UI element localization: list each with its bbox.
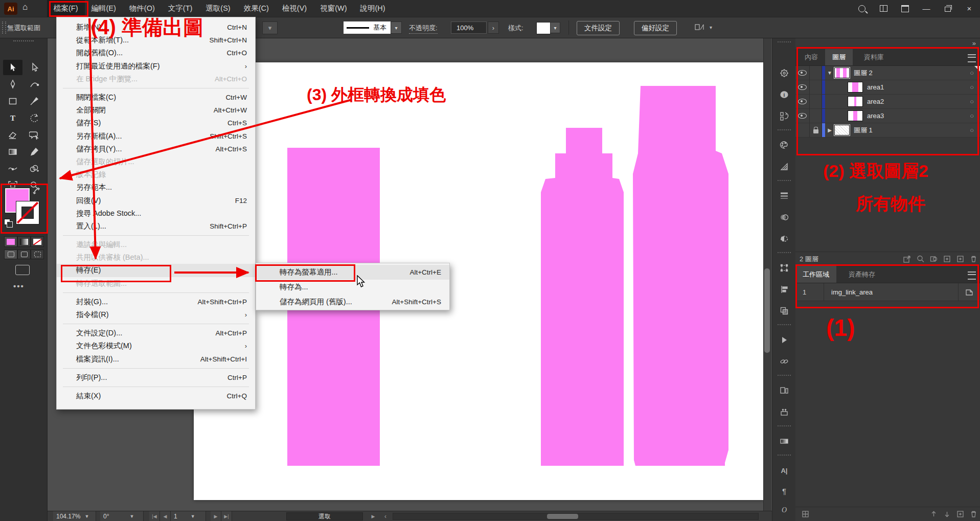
workspace-switcher-icon[interactable] xyxy=(873,0,894,17)
stroke-panel-icon[interactable] xyxy=(776,188,792,203)
delete-layer-icon[interactable] xyxy=(967,255,980,264)
draw-inside-mode-button[interactable] xyxy=(31,250,44,259)
gradient-button[interactable] xyxy=(17,236,31,247)
target-circle-icon[interactable]: ○ xyxy=(970,126,974,134)
tab-artboards[interactable]: 工作區域 xyxy=(795,266,836,283)
stroke-color-swatch[interactable] xyxy=(16,201,39,224)
new-layer-icon[interactable] xyxy=(953,255,967,264)
menubar-item-file[interactable]: 檔案(F) xyxy=(47,0,85,17)
menu-item-package[interactable]: 封裝(G)...Alt+Shift+Ctrl+P xyxy=(57,296,255,308)
selection-tool[interactable] xyxy=(3,60,22,75)
brush-definition-dropdown[interactable]: 基本 xyxy=(344,21,391,34)
submenu-item-export-as[interactable]: 轉存為... xyxy=(256,280,449,295)
drag-handle-icon[interactable] xyxy=(2,21,6,34)
object-name[interactable]: area3 xyxy=(867,112,884,120)
color-guide-icon[interactable] xyxy=(776,159,792,174)
edit-toolbar-icon[interactable]: ••• xyxy=(13,282,25,290)
move-down-icon[interactable] xyxy=(940,510,953,519)
lock-toggle[interactable] xyxy=(810,109,822,123)
rectangle-tool[interactable] xyxy=(3,94,22,109)
visibility-toggle[interactable] xyxy=(795,123,810,137)
drag-handle-icon[interactable] xyxy=(13,40,34,43)
layer-thumbnail[interactable] xyxy=(834,125,850,135)
layer-thumbnail[interactable] xyxy=(834,67,850,78)
swap-fill-stroke-icon[interactable] xyxy=(33,187,41,197)
screen-mode-button[interactable] xyxy=(15,265,30,275)
artboard-navigation-dropdown[interactable]: 1▼ xyxy=(171,511,206,521)
restore-button[interactable] xyxy=(937,0,959,17)
eraser-tool[interactable] xyxy=(3,127,22,143)
menu-item-open[interactable]: 開啟舊檔(O)...Ctrl+O xyxy=(57,47,255,59)
variable-width-dropdown[interactable]: ▾ xyxy=(262,21,278,34)
gradient-panel-icon[interactable] xyxy=(776,434,792,449)
tab-libraries[interactable]: 資料庫 xyxy=(857,49,891,65)
next-artboard-icon[interactable]: ▶ xyxy=(211,511,221,521)
first-artboard-icon[interactable]: |◀ xyxy=(149,511,160,521)
arrange-documents-icon[interactable] xyxy=(894,0,916,17)
pen-tool[interactable] xyxy=(3,77,22,92)
search-icon[interactable] xyxy=(851,0,873,17)
object-name[interactable]: area2 xyxy=(867,98,884,105)
direct-selection-tool[interactable] xyxy=(25,60,44,75)
menu-item-close-all[interactable]: 全部關閉Alt+Ctrl+W xyxy=(57,104,255,117)
visibility-toggle[interactable] xyxy=(795,80,810,94)
menu-item-revert[interactable]: 回復(V)F12 xyxy=(57,194,255,207)
menu-item-exit[interactable]: 結束(X)Ctrl+Q xyxy=(57,390,255,402)
version-history-icon[interactable] xyxy=(776,108,792,124)
actions-panel-icon[interactable] xyxy=(776,332,792,348)
curvature-tool[interactable] xyxy=(25,77,44,92)
minimize-button[interactable]: — xyxy=(916,0,937,17)
align-panel-icon[interactable] xyxy=(776,282,792,297)
horizontal-scrollbar-thumb[interactable] xyxy=(547,514,578,519)
panel-menu-icon[interactable] xyxy=(968,271,976,280)
style-dropdown-chevron-icon[interactable]: ▾ xyxy=(550,22,560,33)
appearance-panel-icon[interactable] xyxy=(776,231,792,246)
status-display-field[interactable]: 選取 xyxy=(286,512,363,520)
menu-item-save-as-template[interactable]: 另存範本... xyxy=(57,181,255,194)
object-name[interactable]: area1 xyxy=(867,83,884,91)
panel-menu-icon[interactable] xyxy=(968,54,976,62)
transparency-panel-icon[interactable] xyxy=(776,210,792,225)
menubar-item-window[interactable]: 視窗(W) xyxy=(313,0,353,17)
collapse-panels-icon[interactable]: » xyxy=(972,39,976,47)
character-panel-icon[interactable]: A| xyxy=(776,463,792,478)
opacity-input[interactable]: 100% xyxy=(451,21,487,34)
new-sublayer-icon[interactable] xyxy=(940,255,953,264)
scroll-left-icon[interactable]: ‹ xyxy=(380,511,391,521)
submenu-item-export-for-screens[interactable]: 轉存為螢幕適用...Alt+Ctrl+E xyxy=(256,265,449,280)
lock-toggle[interactable] xyxy=(810,80,822,94)
pathfinder-panel-icon[interactable] xyxy=(776,303,792,319)
shape-builder-tool[interactable] xyxy=(25,161,44,176)
menu-item-search-adobe-stock[interactable]: 搜尋 Adobe Stock... xyxy=(57,207,255,220)
links-panel-icon[interactable] xyxy=(776,354,792,369)
tab-layers[interactable]: 圖層 xyxy=(825,49,853,65)
zoom-level-dropdown[interactable]: 104.17%▼ xyxy=(53,511,96,521)
rotate-tool[interactable] xyxy=(25,110,44,126)
default-fill-stroke-icon[interactable] xyxy=(4,219,10,225)
menu-item-scripts[interactable]: 指令檔(R)› xyxy=(57,308,255,321)
artboards-panel-icon[interactable] xyxy=(776,383,792,398)
menu-item-print[interactable]: 列印(P)...Ctrl+P xyxy=(57,371,255,384)
close-button[interactable]: × xyxy=(959,0,980,17)
menubar-item-effect[interactable]: 效果(C) xyxy=(237,0,276,17)
lock-toggle[interactable] xyxy=(810,66,822,80)
previous-artboard-icon[interactable]: ◀ xyxy=(160,511,171,521)
lock-toggle[interactable] xyxy=(810,95,822,108)
type-tool[interactable]: T xyxy=(3,110,22,126)
artwork-shape-area3[interactable] xyxy=(633,86,728,466)
paragraph-panel-icon[interactable]: ¶ xyxy=(776,483,792,499)
menubar-item-help[interactable]: 說明(H) xyxy=(353,0,392,17)
delete-artboard-icon[interactable] xyxy=(967,510,980,519)
opentype-panel-icon[interactable]: O xyxy=(776,503,792,518)
menu-item-document-color-mode[interactable]: 文件色彩模式(M)› xyxy=(57,339,255,352)
layer-name[interactable]: 圖層 2 xyxy=(854,69,873,78)
artboard-options-icon[interactable] xyxy=(799,510,812,519)
vertical-scrollbar-thumb[interactable] xyxy=(764,268,770,353)
layer-row-area3[interactable]: area3 ○ xyxy=(795,109,980,123)
menu-item-save[interactable]: 儲存(S)Ctrl+S xyxy=(57,117,255,129)
info-icon[interactable]: i xyxy=(776,87,792,102)
menubar-item-select[interactable]: 選取(S) xyxy=(199,0,237,17)
artboard-page-icon[interactable] xyxy=(958,283,980,301)
submenu-item-save-for-web[interactable]: 儲存為網頁用 (舊版)...Alt+Shift+Ctrl+S xyxy=(256,295,449,309)
artwork-shape-area2[interactable] xyxy=(541,128,624,466)
